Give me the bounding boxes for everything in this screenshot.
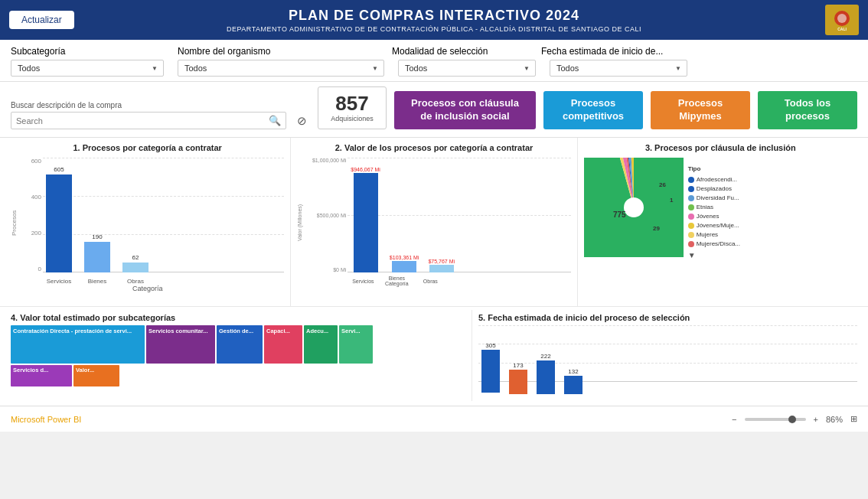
chart1-bar-bienes-label: 190 (92, 233, 102, 240)
chart4-section: 4. Valor total estimado por subcategoría… (5, 310, 472, 401)
kpi-adquisiciones: 857 Adquisiciones (318, 86, 387, 129)
treemap-block-2[interactable]: Servicios comunitar... (146, 325, 215, 364)
chart2-section: 2. Valor de los procesos por categoría a… (291, 138, 577, 306)
treemap-block-8[interactable]: Valor... (73, 365, 119, 386)
page-footer: Microsoft Power BI − + 86% ⊞ (0, 406, 868, 432)
chart5-bar-4: 132 (564, 368, 582, 394)
chart2-bar-bienes-val: $103,361 Mi (390, 255, 419, 260)
modalidad-select[interactable]: Todos (398, 60, 536, 77)
organismo-select[interactable]: Todos (178, 60, 384, 77)
chart5-bar4-rect (564, 376, 582, 394)
treemap-block-7[interactable]: Servicios d... (11, 365, 72, 386)
chart4-treemap-row2: Servicios d... Valor... (11, 365, 465, 386)
search-icon-btn[interactable]: 🔍 (269, 115, 281, 126)
chart1-y400: 400 (31, 194, 41, 201)
chart5-bar-1: 305 (481, 342, 500, 394)
filter-icon-btn[interactable]: ⊘ (294, 113, 310, 129)
subcategoria-select-wrap[interactable]: Todos (11, 60, 164, 77)
chart3-pie-svg: 775 29 26 1 (584, 158, 684, 257)
chart1-bar-servicios-label: 605 (54, 166, 64, 173)
chart2-bar-obras-val: $75,767 Mi (428, 259, 455, 264)
legend-more-icon[interactable]: ▼ (688, 251, 740, 259)
legend-item-afro: Afrodescendi... (688, 176, 740, 183)
modalidad-select-wrap[interactable]: Todos (398, 60, 536, 77)
subcategoria-select[interactable]: Todos (11, 60, 164, 77)
search-icon: 🔍 (269, 115, 281, 126)
search-row: Buscar descripción de la compra 🔍 ⊘ 857 … (0, 82, 868, 138)
zoom-level: 86% (826, 415, 843, 424)
competitivos-button[interactable]: Procesos competitivos (543, 91, 643, 129)
svg-text:26: 26 (659, 181, 666, 188)
subcategoria-label: Subcategoría (11, 46, 178, 57)
treemap-block-5[interactable]: Adecu... (304, 325, 338, 364)
treemap-block-6[interactable]: Servi... (339, 325, 373, 364)
legend-item-etnias: Etnias (688, 204, 740, 210)
update-button[interactable]: Actualizar (9, 11, 74, 29)
chart2-bar-obras: $75,767 Mi (428, 259, 455, 272)
zoom-minus[interactable]: − (732, 415, 736, 424)
legend-item-jovenes-muje: Jóvenes/Muje... (688, 222, 740, 229)
chart2-bar-obras-rect (429, 265, 454, 272)
treemap-block-1[interactable]: Contratación Directa - prestación de ser… (11, 325, 145, 364)
chart1-bar-obras: 62 (122, 254, 148, 272)
mipymes-button[interactable]: Procesos Mipymes (651, 91, 750, 129)
chart1-bar-bienes-rect (84, 242, 110, 272)
chart3-legend-title: Tipo (688, 165, 740, 172)
logo: CALI (825, 5, 859, 35)
header: Actualizar PLAN DE COMPRAS INTERACTIVO 2… (0, 0, 868, 40)
search-input-wrap[interactable]: 🔍 (11, 112, 286, 129)
chart4-title: 4. Valor total estimado por subcategoría… (11, 313, 465, 322)
footer-right: − + 86% ⊞ (732, 414, 857, 424)
search-input[interactable] (16, 116, 269, 126)
chart5-bar-2: 173 (509, 362, 527, 394)
zoom-plus[interactable]: + (814, 415, 818, 424)
charts-top-area: 1. Procesos por categoría a contratar Pr… (0, 138, 868, 306)
svg-text:29: 29 (653, 225, 660, 232)
treemap-block-4[interactable]: Capaci... (264, 325, 302, 364)
charts-bottom-area: 4. Valor total estimado por subcategoría… (0, 306, 868, 406)
chart3-pie-container: 775 29 26 1 (584, 158, 684, 259)
zoom-thumb (788, 416, 796, 423)
svg-text:CALI: CALI (837, 27, 847, 31)
kpi-label: Adquisiciones (329, 115, 375, 122)
chart2-y-axis-label: Valor (Millones) (297, 158, 308, 288)
fullscreen-icon[interactable]: ⊞ (850, 414, 857, 424)
chart1-bar-obras-rect (122, 263, 148, 272)
chart2-y500: $500,000 Mi (317, 213, 347, 218)
chart1-y-axis-label: Procesos (11, 158, 21, 288)
filter-labels: Subcategoría Nombre del organismo Modali… (11, 46, 857, 57)
search-block: Buscar descripción de la compra 🔍 (11, 101, 286, 129)
chart2-y1000: $1,000,000 Mi (312, 158, 346, 163)
fecha-select-wrap[interactable]: Todos (550, 60, 687, 77)
treemap-block-3[interactable]: Gestión de... (217, 325, 263, 364)
fecha-select[interactable]: Todos (550, 60, 687, 77)
chart1-bar-servicios-rect (46, 174, 72, 272)
todos-button[interactable]: Todos los procesos (758, 91, 857, 129)
svg-text:1: 1 (670, 197, 674, 204)
chart1-section: 1. Procesos por categoría a contratar Pr… (5, 138, 291, 306)
chart5-bar2-val: 173 (513, 362, 523, 369)
inclusion-button[interactable]: Procesos con cláusula de inclusión socia… (394, 91, 536, 129)
legend-item-diversidad: Diversidad Fu... (688, 194, 740, 201)
legend-item-mujeres: Mujeres (688, 231, 740, 238)
filter-icon: ⊘ (297, 114, 307, 127)
search-label: Buscar descripción de la compra (11, 101, 286, 109)
chart5-bar4-val: 132 (568, 368, 578, 375)
page-title: PLAN DE COMPRAS INTERACTIVO 2024 (227, 8, 641, 24)
chart5-section: 5. Fecha estimada de inicio del proceso … (472, 310, 863, 401)
chart1-bar-bienes: 190 (84, 233, 110, 272)
modalidad-label: Modalidad de selección (392, 46, 541, 57)
legend-item-mujeres-disca: Mujeres/Disca... (688, 240, 740, 247)
zoom-slider[interactable] (745, 418, 806, 421)
svg-point-2 (837, 14, 847, 23)
powerbi-link[interactable]: Microsoft Power BI (11, 415, 81, 424)
chart5-bar-3: 222 (537, 353, 555, 394)
chart3-section: 3. Procesos por cláusula de inclusión (578, 138, 863, 306)
organismo-select-wrap[interactable]: Todos (178, 60, 384, 77)
page-subtitle: DEPARTAMENTO ADMINISTRATIVO DE DE CONTRA… (227, 25, 641, 33)
header-title-block: PLAN DE COMPRAS INTERACTIVO 2024 DEPARTA… (227, 8, 641, 33)
chart1-xlabel-bienes: Bienes (84, 278, 110, 285)
chart2-y0: $0 Mi (333, 267, 346, 272)
svg-point-11 (624, 197, 644, 217)
chart1-title: 1. Procesos por categoría a contratar (11, 142, 284, 153)
